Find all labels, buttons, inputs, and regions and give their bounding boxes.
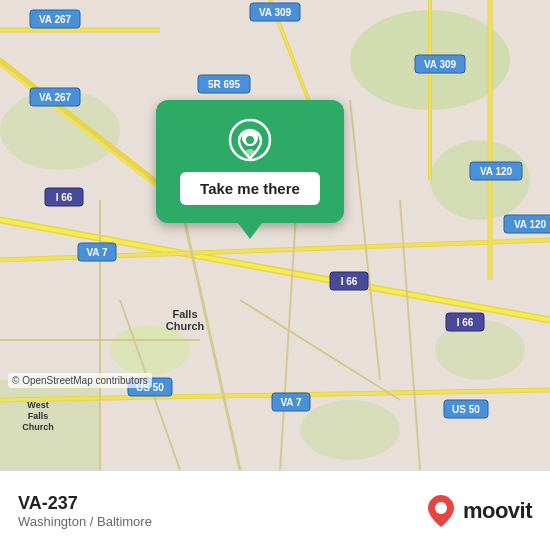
region-label: Washington / Baltimore: [18, 514, 152, 529]
svg-point-69: [435, 502, 447, 514]
svg-text:VA 309: VA 309: [259, 7, 292, 18]
svg-text:VA 267: VA 267: [39, 92, 72, 103]
svg-text:VA 309: VA 309: [424, 59, 457, 70]
svg-text:I 66: I 66: [457, 317, 474, 328]
osm-credit: © OpenStreetMap contributors: [8, 373, 152, 388]
svg-text:Church: Church: [166, 320, 205, 332]
svg-text:Church: Church: [22, 422, 54, 432]
bottom-left: VA-237 Washington / Baltimore: [18, 493, 152, 529]
svg-text:VA 267: VA 267: [39, 14, 72, 25]
svg-text:Falls: Falls: [28, 411, 49, 421]
location-pin-icon: [228, 118, 272, 162]
svg-text:5R 695: 5R 695: [208, 79, 241, 90]
svg-point-6: [110, 325, 190, 375]
svg-text:I 66: I 66: [56, 192, 73, 203]
route-label: VA-237: [18, 493, 152, 514]
svg-text:I 66: I 66: [341, 276, 358, 287]
bottom-bar: VA-237 Washington / Baltimore moovit: [0, 470, 550, 550]
svg-text:VA 7: VA 7: [280, 397, 302, 408]
svg-text:Falls: Falls: [172, 308, 197, 320]
svg-text:VA 7: VA 7: [86, 247, 108, 258]
svg-text:US 50: US 50: [452, 404, 480, 415]
moovit-text: moovit: [463, 498, 532, 524]
moovit-logo: moovit: [425, 493, 532, 529]
svg-text:VA 120: VA 120: [514, 219, 547, 230]
svg-point-5: [300, 400, 400, 460]
moovit-pin-icon: [425, 493, 457, 529]
take-me-there-button[interactable]: Take me there: [180, 172, 320, 205]
svg-point-68: [245, 135, 255, 145]
popup-box: Take me there: [156, 100, 344, 223]
svg-text:VA 120: VA 120: [480, 166, 513, 177]
popup-tail: [238, 223, 262, 239]
map-container: VA 267 VA 309 VA 309 VA 267 5R 695 VA 12…: [0, 0, 550, 470]
popup-overlay: Take me there: [140, 100, 360, 239]
svg-text:West: West: [27, 400, 48, 410]
